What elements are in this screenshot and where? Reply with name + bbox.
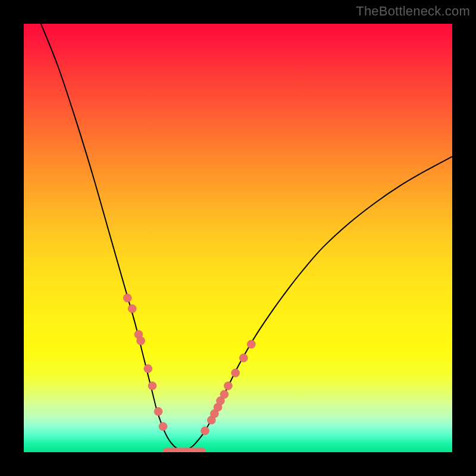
bead-left <box>159 422 167 431</box>
bead-right <box>201 427 209 435</box>
bead-right <box>247 340 255 349</box>
bead-left <box>144 365 152 373</box>
watermark-text: TheBottleneck.com <box>356 4 470 19</box>
right-curve <box>182 156 452 451</box>
bead-left <box>128 305 136 313</box>
bead-left <box>148 381 156 390</box>
bead-right <box>239 354 248 362</box>
curves-layer <box>24 24 452 452</box>
plot-area <box>24 24 452 452</box>
bead-right <box>224 381 232 390</box>
left-curve <box>41 24 183 452</box>
bead-left <box>154 408 162 416</box>
bead-right <box>231 369 240 377</box>
bead-left <box>123 294 131 302</box>
bead-left <box>137 337 145 345</box>
chart-frame: TheBottleneck.com <box>0 0 476 476</box>
bead-right <box>220 390 228 399</box>
bead-bottom-bar <box>163 448 206 452</box>
